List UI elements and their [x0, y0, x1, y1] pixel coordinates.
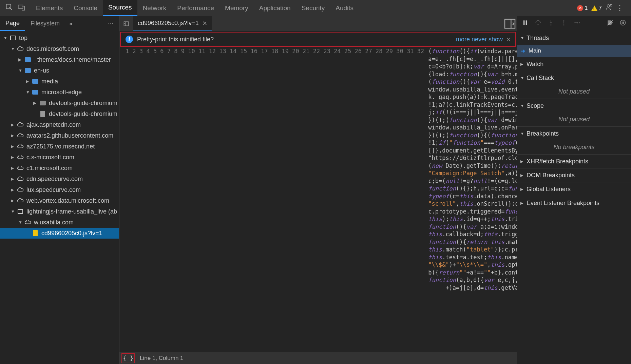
tree-toggle-icon[interactable]: ▼ [11, 46, 16, 51]
devtools-tab-network[interactable]: Network [137, 0, 172, 16]
cloud-icon [17, 155, 24, 160]
more-options-icon[interactable]: ⋮ [616, 4, 624, 13]
pause-script-button[interactable] [522, 19, 529, 28]
tree-toggle-icon[interactable]: ▶ [11, 187, 16, 192]
tree-toggle-icon[interactable]: ▶ [26, 79, 31, 84]
tree-toggle-icon[interactable]: ▼ [18, 68, 23, 73]
file-icon [39, 111, 46, 117]
folder-icon [24, 57, 31, 62]
debug-section-header[interactable]: ▶DOM Breakpoints [517, 168, 631, 182]
devtools-tab-performance[interactable]: Performance [172, 0, 219, 16]
tree-item-label: media [41, 78, 58, 85]
errors-badge[interactable]: ✕1 [577, 5, 588, 12]
tree-toggle-icon[interactable]: ▶ [11, 133, 16, 138]
tree-item[interactable]: ▶c1.microsoft.com [0, 163, 119, 174]
file-icon [32, 230, 39, 236]
tree-item[interactable]: ▼top [0, 33, 119, 43]
svg-rect-18 [623, 22, 624, 24]
sidebar-tab-filesystem[interactable]: Filesystem [25, 16, 65, 31]
debug-section-header[interactable]: ▼Call Stack [517, 71, 631, 85]
devtools-tab-application[interactable]: Application [254, 0, 296, 16]
devtools-tab-security[interactable]: Security [296, 0, 330, 16]
devtools-tab-audits[interactable]: Audits [330, 0, 359, 16]
tree-item[interactable]: ▶az725175.vo.msecnd.net [0, 141, 119, 152]
info-bar-link[interactable]: more never show [456, 36, 503, 43]
tree-item[interactable]: ▶lux.speedcurve.com [0, 184, 119, 195]
device-toggle-icon[interactable] [18, 3, 25, 13]
frame-icon [9, 36, 16, 40]
file-tree[interactable]: ▼top▼docs.microsoft.com▶_themes/docs.the… [0, 31, 119, 364]
code-editor[interactable]: 1 2 3 4 5 6 7 8 9 10 11 12 13 14 15 16 1… [119, 47, 517, 352]
tree-item-label: c1.microsoft.com [26, 165, 73, 172]
step-over-button[interactable] [535, 19, 541, 28]
tree-toggle-icon[interactable]: ▶ [11, 155, 16, 160]
debug-section-header[interactable]: ▶Global Listeners [517, 182, 631, 196]
thread-main[interactable]: ➔Main [517, 45, 631, 57]
tree-item[interactable]: ▶media [0, 76, 119, 87]
tree-toggle-icon[interactable]: ▶ [11, 198, 16, 203]
tree-item[interactable]: ▶ajax.aspnetcdn.com [0, 119, 119, 130]
editor-pane: cd99660205c0.js?lv=1✕ i Pretty-print thi… [119, 16, 517, 364]
close-tab-icon[interactable]: ✕ [202, 20, 207, 27]
tree-item-label: lux.speedcurve.com [26, 186, 81, 194]
debug-section-header[interactable]: ▶XHR/fetch Breakpoints [517, 155, 631, 168]
tree-item[interactable]: ▶devtools-guide-chromium [0, 98, 119, 108]
tree-item[interactable]: ▼lightningjs-frame-usabilla_live (ab [0, 206, 119, 217]
tree-item[interactable]: ▼microsoft-edge [0, 87, 119, 98]
tree-item[interactable]: ▼en-us [0, 65, 119, 76]
tree-item[interactable]: ▶avatars2.githubusercontent.com [0, 130, 119, 141]
tree-toggle-icon[interactable]: ▶ [33, 101, 38, 105]
folder-icon [39, 101, 46, 105]
tree-item[interactable]: ▶c.s-microsoft.com [0, 152, 119, 163]
tree-item[interactable]: ▶_themes/docs.theme/master [0, 54, 119, 65]
tree-item[interactable]: ▶web.vortex.data.microsoft.com [0, 195, 119, 206]
debugger-toolbar [517, 16, 631, 31]
sidebar-tab-page[interactable]: Page [0, 16, 25, 31]
devtools-tab-console[interactable]: Console [68, 0, 103, 16]
inspect-element-icon[interactable] [5, 3, 13, 13]
step-into-button[interactable] [548, 19, 554, 28]
tree-toggle-icon[interactable]: ▼ [3, 36, 8, 40]
debug-section-header[interactable]: ▶Event Listener Breakpoints [517, 196, 631, 210]
sidebar-options-icon[interactable]: ⋯ [108, 20, 119, 27]
tree-item[interactable]: devtools-guide-chromium [0, 108, 119, 119]
tree-toggle-icon[interactable]: ▶ [11, 122, 16, 127]
debug-section-header[interactable]: ▶Watch [517, 57, 631, 71]
sidebar-more-tabs-icon[interactable]: » [65, 20, 76, 27]
svg-rect-17 [622, 22, 623, 24]
tree-item-label: web.vortex.data.microsoft.com [26, 197, 109, 204]
devtools-tab-elements[interactable]: Elements [31, 0, 68, 16]
info-bar-close-icon[interactable]: ✕ [506, 36, 511, 43]
tree-toggle-icon[interactable]: ▼ [11, 209, 16, 214]
tree-item[interactable]: ▼docs.microsoft.com [0, 43, 119, 54]
editor-file-tab[interactable]: cd99660205c0.js?lv=1✕ [133, 16, 212, 31]
devtools-tab-sources[interactable]: Sources [103, 0, 137, 16]
tree-toggle-icon[interactable]: ▼ [26, 90, 31, 95]
tree-item-label: top [19, 35, 27, 42]
tree-item-label: devtools-guide-chromium [49, 110, 117, 118]
toggle-navigator-icon[interactable] [119, 21, 133, 27]
toggle-debugger-icon[interactable] [503, 17, 517, 31]
tree-toggle-icon[interactable]: ▶ [11, 177, 16, 181]
tree-item[interactable]: ▶cdn.speedcurve.com [0, 174, 119, 184]
devtools-tab-memory[interactable]: Memory [219, 0, 254, 16]
debug-section-header[interactable]: ▼Breakpoints [517, 127, 631, 140]
debug-section-header[interactable]: ▼Threads [517, 31, 631, 45]
tree-item[interactable]: cd99660205c0.js?lv=1 [0, 228, 119, 239]
settings-icon[interactable] [605, 3, 613, 13]
step-button[interactable] [573, 19, 580, 28]
tree-toggle-icon[interactable]: ▶ [11, 166, 16, 170]
folder-icon [32, 79, 39, 84]
pause-on-exceptions-button[interactable] [619, 19, 626, 28]
tree-item[interactable]: ▼w.usabilla.com [0, 217, 119, 228]
cloud-icon [17, 46, 24, 51]
tree-toggle-icon[interactable]: ▶ [11, 144, 16, 149]
deactivate-breakpoints-button[interactable] [607, 19, 613, 28]
step-out-button[interactable] [560, 19, 567, 28]
debug-section-header[interactable]: ▼Scope [517, 99, 631, 113]
tree-toggle-icon[interactable]: ▼ [18, 220, 23, 225]
tree-toggle-icon[interactable]: ▶ [18, 57, 23, 62]
pretty-print-button[interactable]: { } [121, 353, 135, 363]
warnings-badge[interactable]: 7 [591, 5, 602, 12]
svg-point-14 [579, 22, 580, 23]
